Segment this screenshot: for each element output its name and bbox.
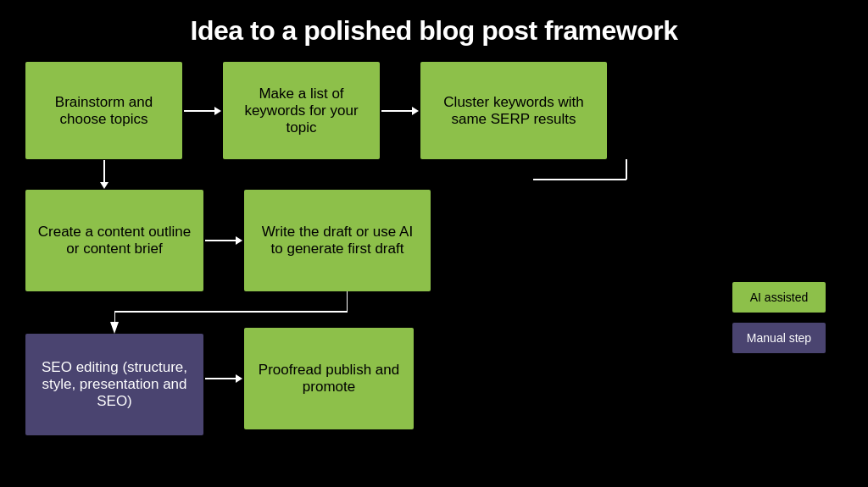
arrow-keywords-to-cluster — [380, 101, 420, 121]
main-container: Idea to a polished blog post framework B… — [0, 0, 868, 487]
box-brainstorm: Brainstorm and choose topics — [25, 62, 182, 159]
box-outline: Create a content outline or content brie… — [25, 190, 203, 291]
legend-ai-assisted: AI assisted — [732, 282, 826, 313]
arrow-seo-to-proofread — [203, 368, 244, 389]
flow-section: Brainstorm and choose topics Make a list… — [25, 62, 724, 435]
arrow-brainstorm-to-keywords — [182, 101, 223, 121]
row-3: SEO editing (structure, style, presentat… — [25, 322, 724, 435]
row-1: Brainstorm and choose topics Make a list… — [25, 62, 724, 159]
box-proofread: Proofread publish and promote — [244, 328, 414, 429]
box-draft: Write the draft or use AI to generate fi… — [244, 190, 431, 291]
l-arrow-draft-to-seo — [114, 291, 348, 322]
arrow-brainstorm-down — [97, 160, 112, 189]
svg-marker-1 — [214, 107, 221, 115]
arrow-down-col1-spacer — [25, 159, 182, 190]
arrow-down-to-seo — [107, 322, 122, 334]
gap-row1-row2 — [25, 159, 724, 190]
legend-manual-step: Manual step — [732, 323, 826, 353]
svg-marker-3 — [412, 107, 419, 115]
svg-marker-15 — [236, 374, 242, 383]
l-arrow-cluster-to-draft — [533, 159, 724, 190]
box-keywords: Make a list of keywords for your topic — [223, 62, 380, 159]
row-2: Create a content outline or content brie… — [25, 190, 724, 291]
box-cluster: Cluster keywords with same SERP results — [420, 62, 607, 159]
svg-marker-9 — [236, 236, 242, 245]
arrow-outline-to-draft — [203, 230, 244, 251]
gap-row2-row3 — [25, 291, 724, 322]
svg-marker-5 — [100, 182, 108, 189]
page-title: Idea to a polished blog post framework — [25, 15, 843, 47]
flow-layout: Brainstorm and choose topics Make a list… — [25, 62, 843, 435]
arrow-col-seo: SEO editing (structure, style, presentat… — [25, 322, 203, 435]
box-seo: SEO editing (structure, style, presentat… — [25, 334, 203, 435]
legend: AI assisted Manual step — [724, 62, 843, 353]
svg-marker-13 — [110, 322, 119, 334]
